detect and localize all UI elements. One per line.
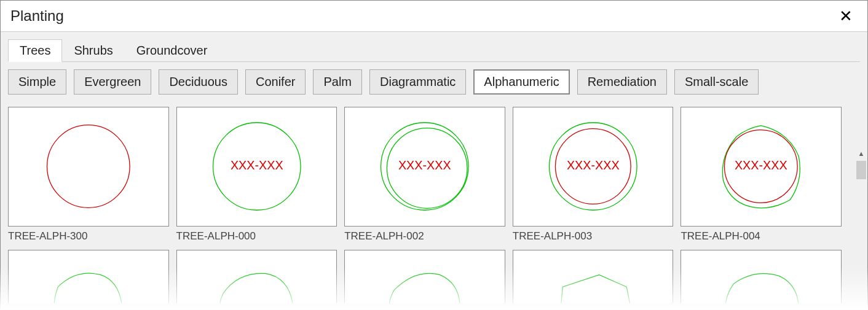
tab-groundcover[interactable]: Groundcover xyxy=(125,39,219,62)
thumb-icon xyxy=(344,250,505,303)
svg-point-0 xyxy=(47,125,130,208)
scroll-up-icon[interactable]: ▲ xyxy=(855,147,867,160)
filter-remediation[interactable]: Remediation xyxy=(577,69,667,95)
gallery-item-partial[interactable] xyxy=(176,250,337,303)
filter-alphanumeric[interactable]: Alphanumeric xyxy=(473,69,569,95)
tab-trees[interactable]: Trees xyxy=(8,39,62,62)
thumb-label: TREE-ALPH-004 xyxy=(681,230,842,242)
thumb-icon xyxy=(8,107,169,227)
thumb-icon: XXX-XXX xyxy=(176,107,337,227)
thumb-label: TREE-ALPH-300 xyxy=(8,230,169,242)
gallery-item-tree-alph-003[interactable]: XXX-XXX TREE-ALPH-003 xyxy=(513,107,674,242)
gallery-item-partial[interactable] xyxy=(513,250,674,303)
planting-dialog: Planting ✕ Trees Shrubs Groundcover Simp… xyxy=(0,0,868,310)
filter-small-scale[interactable]: Small-scale xyxy=(674,69,759,95)
gallery-item-tree-alph-300[interactable]: TREE-ALPH-300 xyxy=(8,107,169,242)
gallery-item-tree-alph-004[interactable]: XXX-XXX TREE-ALPH-004 xyxy=(681,107,842,242)
thumb-icon: XXX-XXX xyxy=(513,107,674,227)
gallery: TREE-ALPH-300 XXX-XXX TREE-ALPH-000 xyxy=(8,107,860,303)
filter-diagrammatic[interactable]: Diagrammatic xyxy=(369,69,466,95)
titlebar: Planting ✕ xyxy=(1,1,867,31)
tab-shrubs[interactable]: Shrubs xyxy=(62,39,124,62)
filters-row: Simple Evergreen Deciduous Conifer Palm … xyxy=(8,69,860,95)
thumb-icon: XXX-XXX xyxy=(681,107,842,227)
code-text: XXX-XXX xyxy=(231,158,283,172)
thumb-label: TREE-ALPH-002 xyxy=(344,230,505,242)
thumb-icon xyxy=(681,250,842,303)
tabs-row: Trees Shrubs Groundcover xyxy=(8,39,860,62)
gallery-item-partial[interactable] xyxy=(681,250,842,303)
code-text: XXX-XXX xyxy=(567,158,620,172)
code-text: XXX-XXX xyxy=(735,158,787,172)
scrollbar[interactable]: ▲ xyxy=(855,147,867,309)
thumb-icon xyxy=(176,250,337,303)
filter-palm[interactable]: Palm xyxy=(313,69,362,95)
gallery-item-tree-alph-002[interactable]: XXX-XXX TREE-ALPH-002 xyxy=(344,107,505,242)
filter-evergreen[interactable]: Evergreen xyxy=(74,69,151,95)
gallery-item-partial[interactable] xyxy=(344,250,505,303)
thumb-icon xyxy=(513,250,674,303)
thumb-icon xyxy=(8,250,169,303)
thumb-label: TREE-ALPH-000 xyxy=(176,230,337,242)
gallery-item-partial[interactable] xyxy=(8,250,169,303)
close-icon[interactable]: ✕ xyxy=(834,4,858,28)
filter-simple[interactable]: Simple xyxy=(8,69,66,95)
filter-conifer[interactable]: Conifer xyxy=(245,69,306,95)
thumb-label: TREE-ALPH-003 xyxy=(513,230,674,242)
filter-deciduous[interactable]: Deciduous xyxy=(159,69,238,95)
gallery-item-tree-alph-000[interactable]: XXX-XXX TREE-ALPH-000 xyxy=(176,107,337,242)
code-text: XXX-XXX xyxy=(398,158,451,172)
gallery-container: TREE-ALPH-300 XXX-XXX TREE-ALPH-000 xyxy=(8,107,860,303)
content-area: Trees Shrubs Groundcover Simple Evergree… xyxy=(1,31,867,309)
window-title: Planting xyxy=(10,7,64,25)
scroll-thumb[interactable] xyxy=(856,161,866,179)
thumb-icon: XXX-XXX xyxy=(344,107,505,227)
